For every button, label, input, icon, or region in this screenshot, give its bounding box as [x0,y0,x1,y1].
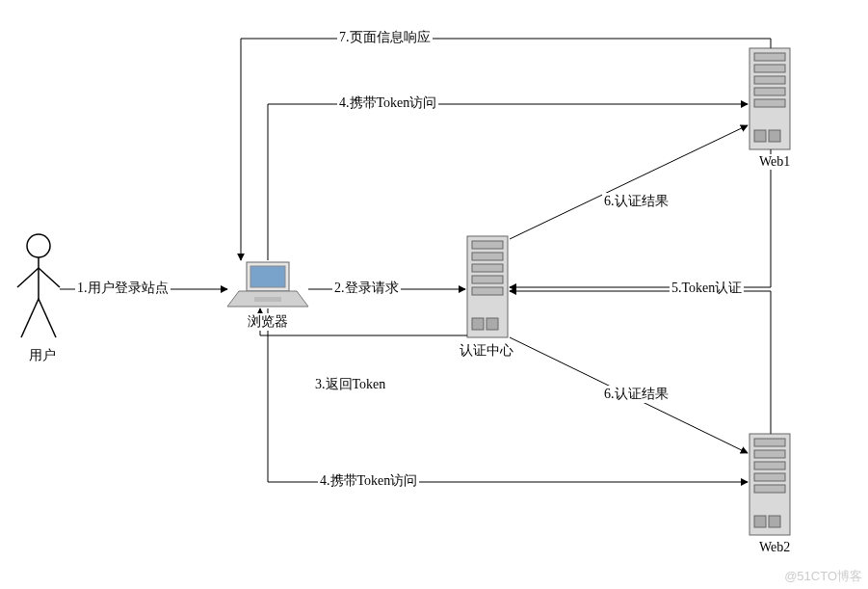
svg-rect-32 [754,516,766,527]
svg-rect-19 [754,53,785,61]
laptop-icon [227,262,308,307]
server-icon-auth [467,236,508,337]
svg-line-3 [39,268,60,287]
edge1-label: 1.用户登录站点 [75,280,171,297]
svg-rect-28 [754,450,785,458]
edge6a-label: 6.认证结果 [602,193,671,210]
user-icon [17,234,60,337]
svg-rect-24 [754,130,766,142]
svg-rect-12 [472,253,503,260]
svg-rect-27 [754,439,785,446]
web2-label: Web2 [757,540,792,555]
svg-line-4 [21,299,39,337]
edge7-label: 7.页面信息响应 [337,29,433,46]
svg-line-2 [17,268,39,287]
user-label: 用户 [27,347,58,364]
edge2-label: 2.登录请求 [332,280,401,297]
edge-7 [241,39,771,260]
svg-rect-14 [472,276,503,283]
svg-rect-31 [754,485,785,493]
edge6b-label: 6.认证结果 [602,386,671,403]
svg-rect-29 [754,462,785,469]
svg-rect-15 [472,287,503,295]
svg-rect-25 [769,130,780,142]
svg-rect-13 [472,264,503,272]
edge-5 [510,149,771,287]
svg-rect-11 [472,241,503,249]
svg-rect-17 [487,318,498,330]
edge4a-label: 4.携带Token访问 [337,94,438,112]
edge4b-label: 4.携带Token访问 [318,472,419,490]
edge-6a [510,125,748,239]
svg-rect-20 [754,65,785,72]
svg-line-5 [39,299,56,337]
watermark: @51CTO博客 [784,568,862,585]
server-icon-web1 [750,48,790,149]
svg-rect-30 [754,473,785,481]
svg-rect-7 [250,266,285,287]
web1-label: Web1 [757,154,792,170]
browser-label: 浏览器 [246,313,290,331]
svg-rect-22 [754,88,785,95]
server-icon-web2 [750,434,790,535]
svg-rect-23 [754,99,785,107]
svg-rect-33 [769,516,780,527]
edge5-label: 5.Token认证 [670,280,744,297]
svg-point-0 [27,234,50,257]
svg-rect-16 [472,318,484,330]
authcenter-label: 认证中心 [458,342,515,360]
edge3-label: 3.返回Token [313,376,387,393]
edge-3 [260,308,467,335]
edge-5b [510,291,771,434]
svg-rect-9 [254,297,281,302]
svg-rect-21 [754,76,785,84]
